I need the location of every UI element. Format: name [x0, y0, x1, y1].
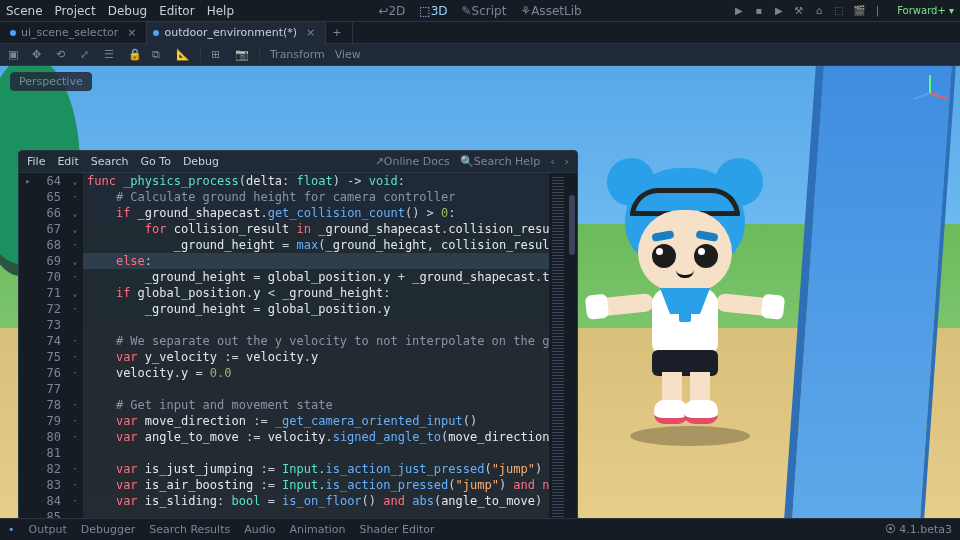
runbar-icon-4[interactable]: ⌂: [812, 4, 826, 18]
script-menubar: FileEditSearchGo ToDebug ↗Online Docs🔍Se…: [19, 151, 577, 173]
menu-project[interactable]: Project: [55, 4, 96, 18]
workspace-tab-3d[interactable]: ⬚3D: [419, 4, 447, 18]
add-tab-button[interactable]: +: [326, 22, 352, 44]
view-gizmo[interactable]: [910, 72, 950, 112]
script-link-online-docs[interactable]: ↗Online Docs: [375, 155, 450, 168]
bottom-tab-debugger[interactable]: Debugger: [81, 523, 135, 536]
move-icon[interactable]: ✥: [32, 48, 46, 62]
script-link-search-help[interactable]: 🔍Search Help: [460, 155, 540, 168]
menu-scene[interactable]: Scene: [6, 4, 43, 18]
menu-editor[interactable]: Editor: [159, 4, 195, 18]
scene-tabs: ui_scene_selector×outdoor_environment(*)…: [0, 22, 960, 44]
waterfall-prop: [784, 66, 956, 518]
runbar-icon-3[interactable]: ⚒: [792, 4, 806, 18]
bottom-tab-audio[interactable]: Audio: [244, 523, 275, 536]
script-menu-go-to[interactable]: Go To: [141, 155, 171, 168]
renderer-dropdown[interactable]: Forward+ ▾: [897, 5, 954, 16]
rotate-icon[interactable]: ⟲: [56, 48, 70, 62]
bottom-tab-search-results[interactable]: Search Results: [149, 523, 230, 536]
runbar-icon-2[interactable]: ▶: [772, 4, 786, 18]
nav-back-icon[interactable]: ‹: [550, 155, 554, 168]
group-icon[interactable]: ⧉: [152, 48, 166, 62]
nav-forward-icon[interactable]: ›: [565, 155, 569, 168]
bottom-tab-animation[interactable]: Animation: [289, 523, 345, 536]
script-menu-search[interactable]: Search: [91, 155, 129, 168]
script-editor-panel: FileEditSearchGo ToDebug ↗Online Docs🔍Se…: [18, 150, 578, 518]
workspace-tab-script[interactable]: ✎Script: [462, 4, 507, 18]
transform-menu[interactable]: Transform: [270, 48, 325, 61]
view-menu[interactable]: View: [335, 48, 361, 61]
menu-help[interactable]: Help: [207, 4, 234, 18]
minimap[interactable]: [549, 173, 567, 518]
select-icon[interactable]: ▣: [8, 48, 22, 62]
viewport-3d[interactable]: Perspective FileEditSearchGo ToDebug ↗On…: [0, 66, 960, 518]
doc-tab[interactable]: ui_scene_selector×: [4, 22, 147, 44]
snap-icon[interactable]: ⊞: [211, 48, 225, 62]
bottom-tab-shader-editor[interactable]: Shader Editor: [360, 523, 435, 536]
runbar-icon-0[interactable]: ▶: [732, 4, 746, 18]
code-area[interactable]: ▸ 64656667686970717273747576777879808182…: [19, 173, 577, 518]
ruler-icon[interactable]: 📐: [176, 48, 190, 62]
lock-icon[interactable]: 🔒: [128, 48, 142, 62]
run-toolbar: ▶▪▶⚒⌂⬚🎬|Forward+ ▾: [732, 4, 954, 18]
scale-icon[interactable]: ⤢: [80, 48, 94, 62]
script-menu-edit[interactable]: Edit: [57, 155, 78, 168]
perspective-badge[interactable]: Perspective: [10, 72, 92, 91]
script-menu-file[interactable]: File: [27, 155, 45, 168]
close-icon[interactable]: ×: [306, 26, 315, 39]
runbar-icon-1[interactable]: ▪: [752, 4, 766, 18]
list-icon[interactable]: ☰: [104, 48, 118, 62]
version-label: ⦿ 4.1.beta3: [885, 523, 952, 536]
camera-icon[interactable]: 📷: [235, 48, 249, 62]
runbar-icon-6[interactable]: 🎬: [852, 4, 866, 18]
script-menu-debug[interactable]: Debug: [183, 155, 219, 168]
unsaved-dot-icon: [153, 30, 159, 36]
workspace-tab-assetlib[interactable]: ⚘AssetLib: [520, 4, 581, 18]
runbar-icon-5[interactable]: ⬚: [832, 4, 846, 18]
unsaved-dot-icon: [10, 30, 16, 36]
perspective-label: Perspective: [19, 75, 83, 88]
workspace-tabs: ↩2D⬚3D✎Script⚘AssetLib: [378, 4, 581, 18]
menu-debug[interactable]: Debug: [108, 4, 147, 18]
close-icon[interactable]: ×: [127, 26, 136, 39]
viewport-toolbar: ▣ ✥ ⟲ ⤢ ☰ 🔒 ⧉ 📐 ⊞ 📷 Transform View: [0, 44, 960, 66]
character-model: [590, 168, 780, 438]
vertical-scrollbar[interactable]: [567, 173, 577, 518]
bottom-tab-output[interactable]: Output: [29, 523, 67, 536]
doc-tab[interactable]: outdoor_environment(*)×: [147, 22, 326, 44]
bottom-panel-tabs: •OutputDebuggerSearch ResultsAudioAnimat…: [0, 518, 960, 540]
workspace-tab-2d[interactable]: ↩2D: [378, 4, 405, 18]
main-menubar: SceneProjectDebugEditorHelp ↩2D⬚3D✎Scrip…: [0, 0, 960, 22]
